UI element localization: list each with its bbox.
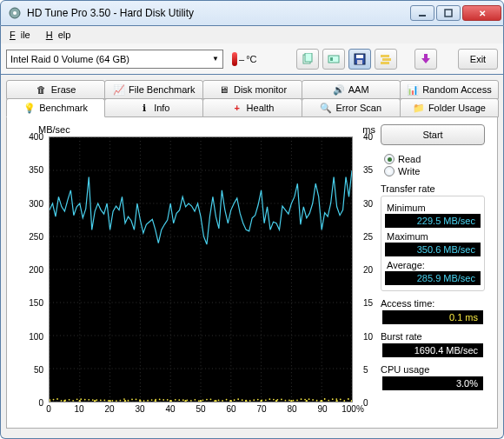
svg-point-131	[348, 398, 349, 400]
read-radio[interactable]: Read	[384, 154, 485, 164]
svg-point-115	[285, 400, 287, 402]
svg-point-57	[56, 398, 58, 400]
svg-point-125	[324, 398, 326, 400]
svg-point-62	[76, 398, 78, 400]
svg-point-118	[296, 400, 298, 402]
start-button[interactable]: Start	[381, 124, 485, 145]
svg-rect-6	[328, 56, 339, 63]
svg-point-117	[293, 400, 295, 402]
app-icon	[8, 6, 22, 20]
client-area: 🗑Erase 📈File Benchmark 🖥Disk monitor 🔊AA…	[0, 75, 504, 439]
access-time-value: 0.1 ms	[382, 310, 483, 324]
svg-point-98	[218, 399, 220, 401]
write-radio[interactable]: Write	[384, 166, 485, 176]
svg-point-76	[131, 399, 133, 401]
svg-point-75	[128, 400, 129, 402]
svg-point-100	[226, 399, 228, 401]
info-icon: ℹ	[138, 102, 150, 114]
trash-icon: 🗑	[36, 83, 48, 96]
tab-benchmark[interactable]: 💡Benchmark	[6, 98, 105, 117]
burst-rate-label: Burst rate	[381, 331, 485, 342]
tab-info[interactable]: ℹInfo	[104, 98, 203, 117]
svg-point-102	[234, 399, 235, 401]
menu-help[interactable]: Help	[41, 28, 82, 42]
tab-erase[interactable]: 🗑Erase	[6, 80, 105, 99]
copy-screenshot-button[interactable]	[322, 49, 345, 70]
cpu-usage-value: 3.0%	[382, 376, 483, 390]
tab-row-1: 🗑Erase 📈File Benchmark 🖥Disk monitor 🔊AA…	[6, 80, 498, 99]
load-button[interactable]	[414, 49, 437, 70]
tab-disk-monitor[interactable]: 🖥Disk monitor	[202, 80, 302, 99]
maximize-button[interactable]	[436, 5, 461, 21]
health-icon: +	[231, 102, 243, 114]
svg-point-91	[190, 400, 192, 402]
svg-point-120	[304, 399, 306, 401]
svg-point-64	[84, 399, 86, 401]
svg-point-53	[335, 400, 337, 402]
transfer-rate-label: Transfer rate	[381, 183, 485, 194]
exit-button[interactable]: Exit	[458, 49, 498, 70]
window-title: HD Tune Pro 3.50 - Hard Disk Utility	[27, 7, 410, 19]
tab-folder-usage[interactable]: 📁Folder Usage	[400, 98, 499, 117]
copy-info-button[interactable]	[296, 49, 319, 70]
svg-point-61	[72, 400, 74, 402]
tab-error-scan[interactable]: 🔍Error Scan	[302, 98, 401, 117]
tab-random-access[interactable]: 📊Random Access	[400, 80, 499, 99]
tab-aam[interactable]: 🔊AAM	[302, 80, 401, 99]
tab-file-benchmark[interactable]: 📈File Benchmark	[104, 80, 203, 99]
svg-point-44	[200, 400, 202, 402]
svg-point-110	[265, 399, 267, 401]
svg-point-123	[316, 400, 318, 402]
svg-point-60	[69, 399, 70, 401]
svg-point-43	[184, 400, 186, 402]
burst-rate-value: 1690.4 MB/sec	[382, 343, 483, 357]
svg-point-93	[198, 400, 200, 402]
close-button[interactable]: ✕	[462, 5, 501, 21]
minimum-label: Minimum	[387, 203, 482, 213]
tab-health[interactable]: +Health	[202, 98, 302, 117]
speaker-icon: 🔊	[333, 83, 345, 96]
svg-point-54	[351, 400, 352, 402]
svg-point-112	[273, 399, 275, 401]
svg-rect-12	[382, 58, 391, 61]
svg-point-74	[123, 398, 125, 400]
svg-point-103	[237, 398, 239, 400]
svg-point-73	[120, 400, 122, 402]
svg-point-87	[175, 399, 176, 401]
svg-point-95	[206, 399, 208, 401]
disk-select[interactable]: Intel Raid 0 Volume (64 GB) ▼	[6, 50, 223, 69]
svg-point-55	[50, 399, 50, 401]
svg-rect-7	[330, 57, 333, 61]
temperature-display: – °C	[232, 52, 256, 66]
file-chart-icon: 📈	[113, 83, 125, 96]
svg-point-83	[159, 399, 161, 401]
side-panel: Start Read Write Transfer rate Minimum 2…	[381, 124, 485, 421]
svg-rect-3	[445, 10, 452, 17]
svg-point-50	[290, 400, 292, 402]
svg-point-129	[340, 399, 342, 401]
access-time-label: Access time:	[381, 298, 485, 309]
svg-point-97	[214, 400, 216, 402]
tab-row-2: 💡Benchmark ℹInfo +Health 🔍Error Scan 📁Fo…	[6, 98, 498, 117]
y-axis-labels: 050100150200250300350400	[10, 133, 45, 404]
svg-point-119	[301, 398, 302, 400]
options-button[interactable]	[375, 49, 397, 70]
menu-file[interactable]: File	[4, 28, 41, 42]
svg-point-126	[328, 400, 329, 402]
save-button[interactable]	[348, 49, 371, 70]
svg-point-90	[186, 399, 188, 401]
svg-point-82	[155, 399, 156, 401]
x-axis-labels: 0102030405060708090100%	[49, 404, 355, 416]
monitor-icon: 🖥	[218, 83, 230, 96]
window-titlebar: HD Tune Pro 3.50 - Hard Disk Utility ✕	[0, 0, 504, 26]
svg-point-111	[269, 398, 270, 400]
benchmark-chart	[49, 136, 353, 402]
minimum-value: 229.5 MB/sec	[385, 214, 481, 228]
svg-point-36	[79, 400, 81, 402]
svg-point-77	[136, 399, 137, 401]
minimize-button[interactable]	[410, 5, 434, 21]
svg-point-124	[320, 400, 322, 402]
svg-point-78	[139, 399, 141, 401]
svg-point-109	[261, 399, 262, 401]
svg-point-85	[167, 399, 169, 401]
